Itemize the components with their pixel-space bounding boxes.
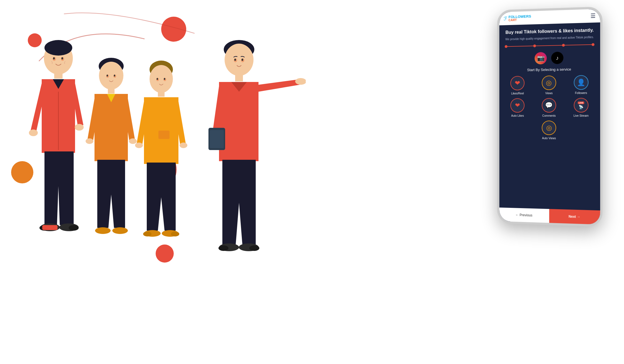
progress-dot-3 — [562, 44, 565, 47]
svg-point-18 — [86, 138, 93, 144]
svg-point-33 — [143, 231, 151, 236]
select-service-label: Start By Selecting a service — [504, 67, 596, 73]
service-item-auto-views[interactable]: ◎ Auto Views — [542, 121, 556, 140]
svg-point-30 — [135, 143, 143, 148]
svg-point-38 — [157, 78, 158, 80]
svg-rect-47 — [210, 130, 224, 148]
service-item-likes-reel[interactable]: ❤ Likes/Reel — [504, 76, 531, 95]
svg-point-24 — [107, 75, 108, 77]
followers-icon: 👤 — [577, 79, 585, 87]
character-orange-jacket-woman — [83, 56, 139, 245]
svg-point-20 — [95, 227, 111, 234]
likes-reel-icon-circle: ❤ — [511, 76, 525, 91]
progress-line-1 — [508, 46, 533, 47]
svg-point-27 — [150, 65, 173, 93]
live-stream-label: Live Stream — [573, 114, 588, 117]
auto-likes-icon-circle: ❤ — [511, 98, 525, 113]
previous-label: ← Previous — [515, 213, 532, 217]
instagram-button[interactable]: 📷 — [534, 52, 547, 65]
phone-footer: ← Previous Next → — [499, 208, 600, 225]
auto-likes-label: Auto Likes — [511, 114, 524, 117]
phone-hero-title: Buy real Tiktok followers & likes instan… — [504, 27, 596, 36]
logo-text: FOLLOWERS CART — [508, 14, 531, 22]
comments-icon: 💬 — [545, 102, 553, 109]
svg-rect-28 — [158, 91, 165, 97]
logo-icon: ℱ — [504, 16, 508, 22]
service-item-comments[interactable]: 💬 Comments — [535, 98, 563, 117]
character-pointing-man — [200, 36, 306, 286]
phone-screen: ℱ FOLLOWERS CART ☰ Buy real Tiktok follo… — [499, 9, 600, 225]
svg-point-54 — [234, 59, 236, 61]
likes-reel-label: Likes/Reel — [511, 92, 524, 95]
views-icon-circle: ◎ — [542, 76, 556, 90]
characters-illustration — [17, 22, 267, 328]
progress-line-3 — [565, 44, 591, 46]
svg-point-39 — [164, 78, 165, 80]
live-stream-icon: 📡 — [579, 104, 583, 109]
live-badge: LIVE — [578, 101, 584, 104]
svg-point-16 — [99, 62, 123, 89]
svg-point-49 — [218, 245, 228, 251]
svg-rect-17 — [108, 88, 115, 94]
previous-button[interactable]: ← Previous — [499, 208, 549, 223]
svg-rect-44 — [304, 80, 306, 82]
hamburger-menu-icon[interactable]: ☰ — [590, 13, 595, 19]
svg-point-14 — [61, 57, 63, 59]
character-yellow-sweater — [133, 58, 189, 247]
tiktok-button[interactable]: ♪ — [551, 52, 563, 64]
svg-rect-2 — [54, 72, 63, 79]
phone-hero-subtitle: We provide high quality engagement from … — [504, 35, 596, 41]
main-scene: ℱ FOLLOWERS CART ☰ Buy real Tiktok follo… — [0, 0, 624, 364]
svg-point-25 — [114, 75, 115, 77]
svg-point-41 — [225, 44, 253, 76]
progress-bar — [504, 43, 596, 48]
logo: ℱ FOLLOWERS CART — [504, 14, 531, 22]
service-item-views[interactable]: ◎ Views — [535, 76, 563, 95]
live-stream-icon-circle: LIVE 📡 — [574, 98, 588, 113]
character-red-jacket-man — [25, 36, 92, 247]
likes-reel-icon: ❤ — [515, 79, 520, 87]
comments-label: Comments — [542, 114, 556, 117]
service-grid: ❤ Likes/Reel ◎ Views 👤 — [504, 75, 596, 117]
progress-dot-1 — [505, 45, 508, 48]
service-item-auto-likes[interactable]: ❤ Auto Likes — [504, 98, 531, 118]
service-item-live-stream[interactable]: LIVE 📡 Live Stream — [566, 98, 595, 117]
phone-content: Buy real Tiktok followers & likes instan… — [499, 23, 600, 211]
logo-cart-text: CART — [508, 18, 531, 22]
followers-icon-circle: 👤 — [574, 75, 588, 90]
auto-likes-icon: ❤ — [515, 102, 520, 109]
svg-point-21 — [112, 227, 128, 234]
service-item-followers[interactable]: 👤 Followers — [566, 75, 595, 95]
svg-point-31 — [180, 143, 187, 148]
social-platform-selector: 📷 ♪ — [504, 51, 596, 65]
views-label: Views — [545, 92, 553, 95]
next-button[interactable]: Next → — [549, 209, 600, 225]
progress-line-2 — [536, 45, 562, 46]
svg-point-55 — [242, 59, 243, 61]
instagram-icon: 📷 — [537, 55, 545, 62]
auto-views-icon-circle: ◎ — [542, 121, 556, 135]
svg-point-5 — [75, 124, 84, 131]
svg-rect-42 — [235, 74, 243, 81]
auto-views-icon: ◎ — [546, 124, 552, 132]
comments-icon-circle: 💬 — [542, 98, 556, 113]
progress-dot-4 — [591, 43, 594, 46]
tiktok-icon: ♪ — [556, 55, 559, 61]
progress-dot-2 — [533, 44, 536, 47]
auto-views-row: ◎ Auto Views — [504, 121, 596, 140]
followers-label: Followers — [575, 91, 587, 94]
auto-views-label: Auto Views — [542, 137, 556, 140]
phone-mockup: ℱ FOLLOWERS CART ☰ Buy real Tiktok follo… — [497, 6, 603, 227]
next-label: Next → — [569, 215, 580, 219]
svg-rect-29 — [158, 131, 170, 139]
svg-point-9 — [69, 225, 79, 231]
svg-point-13 — [53, 57, 55, 59]
svg-point-4 — [29, 129, 38, 136]
svg-point-51 — [249, 245, 259, 251]
svg-rect-10 — [42, 225, 58, 230]
svg-point-1 — [44, 40, 72, 56]
svg-point-35 — [171, 231, 179, 236]
views-icon: ◎ — [546, 79, 552, 87]
